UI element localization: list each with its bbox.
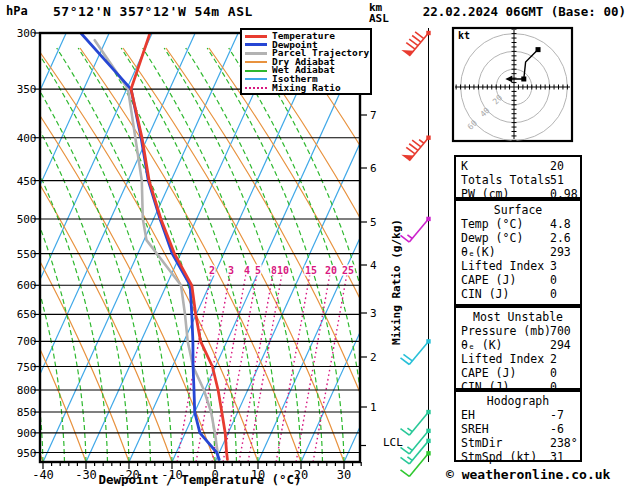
legend: TemperatureDewpointParcel TrajectoryDry … [240, 28, 372, 95]
svg-text:20: 20 [325, 265, 337, 276]
legend-item: Mixing Ratio [245, 84, 370, 93]
row-label: θₑ(K) [461, 245, 496, 259]
row-label: StmSpd (kt) [461, 450, 537, 464]
row-label: Pressure (mb) [461, 324, 551, 338]
svg-text:10: 10 [277, 265, 289, 276]
svg-text:Dewpoint / Temperature (°C): Dewpoint / Temperature (°C) [98, 472, 301, 486]
wind-barb [401, 451, 431, 476]
svg-text:5: 5 [370, 216, 377, 229]
legend-swatch-solid [245, 52, 267, 55]
svg-text:450: 450 [17, 175, 37, 188]
svg-text:850: 850 [17, 406, 37, 419]
table-row: CAPE (J)0 [456, 273, 580, 287]
row-label: Lifted Index [461, 352, 544, 366]
svg-text:4: 4 [244, 265, 250, 276]
table-row: StmSpd (kt)31 [456, 450, 580, 464]
svg-text:6: 6 [370, 162, 377, 175]
table-most-unstable: Most UnstablePressure (mb)700θₑ (K)294Li… [454, 306, 582, 390]
table-row: Lifted Index2 [456, 352, 580, 366]
row-value: 2.6 [550, 231, 571, 245]
hodograph-unit: kt [458, 30, 470, 41]
svg-text:800: 800 [17, 384, 37, 397]
table-row: Pressure (mb)700 [456, 324, 580, 338]
row-label: Totals Totals [461, 173, 551, 187]
svg-text:2: 2 [209, 265, 215, 276]
table-row: SREH-6 [456, 422, 580, 436]
row-value: 293 [550, 245, 571, 259]
row-value: 0 [550, 287, 557, 301]
svg-text:3: 3 [370, 307, 377, 320]
station-title: 57°12'N 357°12'W 54m ASL [53, 4, 253, 19]
table-surface: SurfaceTemp (°C)4.8Dewp (°C)2.6θₑ(K)293L… [454, 199, 582, 306]
row-value: 0 [550, 273, 557, 287]
svg-text:700: 700 [17, 335, 37, 348]
row-value: 4.8 [550, 217, 571, 231]
table-row: Lifted Index3 [456, 259, 580, 273]
svg-text:550: 550 [17, 248, 37, 261]
svg-text:25: 25 [342, 265, 354, 276]
skewt-sounding-page: 2345810152025300350400450500550600650700… [0, 0, 629, 486]
row-value: 20 [550, 159, 564, 173]
table-row: StmDir238° [456, 436, 580, 450]
svg-text:950: 950 [17, 447, 37, 460]
legend-swatch-solid [245, 78, 267, 80]
svg-text:30: 30 [337, 468, 351, 482]
svg-text:500: 500 [17, 213, 37, 226]
row-label: Lifted Index [461, 259, 544, 273]
wind-barb [401, 217, 431, 242]
wind-barb [401, 410, 431, 435]
row-label: CAPE (J) [461, 273, 516, 287]
row-value: 51 [550, 173, 564, 187]
row-value: -6 [550, 422, 564, 436]
table-indices: K20Totals Totals51PW (cm)0.98 [454, 155, 582, 199]
copyright: © weatheronline.co.uk [446, 467, 610, 482]
table-hodograph: HodographEH-7SREH-6StmDir238°StmSpd (kt)… [454, 390, 582, 462]
row-value: 31 [550, 450, 564, 464]
svg-text:650: 650 [17, 308, 37, 321]
svg-text:3: 3 [228, 265, 234, 276]
wind-barb [401, 136, 430, 161]
svg-text:750: 750 [17, 361, 37, 374]
row-value: 0 [550, 366, 557, 380]
table-row: CIN (J)0 [456, 287, 580, 301]
legend-swatch-solid [245, 61, 267, 63]
table-section-title: Most Unstable [456, 310, 580, 324]
legend-swatch-solid [245, 70, 267, 72]
legend-swatch-dotted [245, 87, 267, 89]
row-value: 3 [550, 259, 557, 273]
svg-text:-40: -40 [32, 468, 54, 482]
legend-swatch-solid [245, 43, 267, 46]
legend-swatch-solid [245, 35, 267, 38]
table-section-title: Surface [456, 203, 580, 217]
mixing-ratio-labels: 2345810152025 [209, 265, 354, 276]
svg-text:300: 300 [17, 27, 37, 40]
wind-barb-column [401, 28, 431, 476]
altitude-axis-unit-asl: ASL [369, 12, 389, 25]
run-datetime: 22.02.2024 06GMT (Base: 00) [423, 4, 626, 19]
row-label: CIN (J) [461, 287, 509, 301]
table-row: Totals Totals51 [456, 173, 580, 187]
pressure-axis-unit: hPa [6, 4, 28, 18]
row-label: SREH [461, 422, 489, 436]
row-value: 294 [550, 338, 571, 352]
wind-barb [401, 339, 431, 364]
row-value: 700 [550, 324, 571, 338]
svg-text:5: 5 [255, 265, 261, 276]
table-section-title: Hodograph [456, 394, 580, 408]
row-value: -7 [550, 408, 564, 422]
wind-barb [401, 31, 430, 56]
table-row: K20 [456, 159, 580, 173]
table-row: θₑ(K)293 [456, 245, 580, 259]
table-row: θₑ (K)294 [456, 338, 580, 352]
svg-text:900: 900 [17, 427, 37, 440]
table-row: CAPE (J)0 [456, 366, 580, 380]
row-label: StmDir [461, 436, 503, 450]
curve-parcel-trajectory [95, 40, 219, 459]
svg-text:LCL: LCL [383, 436, 403, 449]
mixing-ratio-axis-label: Mixing Ratio (g/kg) [390, 219, 403, 345]
row-label: θₑ (K) [461, 338, 503, 352]
hodograph: 204060 [453, 28, 572, 145]
svg-text:Mixing Ratio (g/kg): Mixing Ratio (g/kg) [390, 219, 403, 345]
legend-label: Mixing Ratio [272, 84, 341, 93]
table-row: EH-7 [456, 408, 580, 422]
